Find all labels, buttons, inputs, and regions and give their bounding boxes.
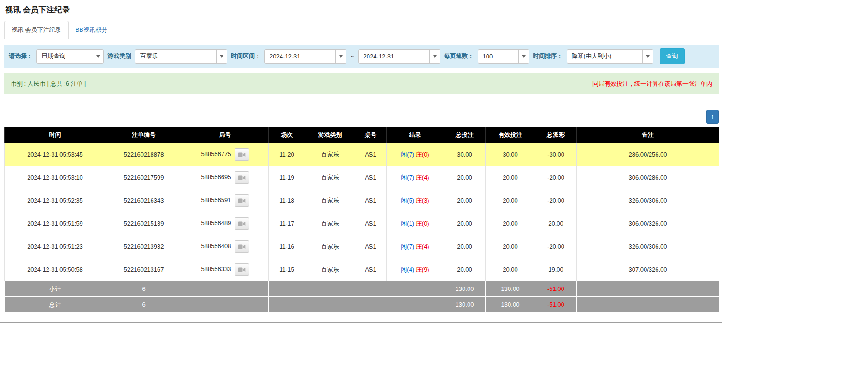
- subtotal-empty-mid: [269, 281, 444, 297]
- cell-table-no: AS1: [355, 212, 387, 235]
- header-result: 结果: [387, 127, 444, 143]
- total-total-bet: 130.00: [444, 297, 486, 313]
- cell-total-bet[interactable]: 20.00: [444, 166, 486, 189]
- total-label: 总计: [5, 297, 106, 313]
- replay-video-button[interactable]: [235, 171, 249, 184]
- result-player: 闲(7): [401, 174, 414, 181]
- header-payout: 总派彩: [535, 127, 577, 143]
- header-round-id: 局号: [182, 127, 269, 143]
- cell-bet-id: 522160213167: [106, 258, 182, 281]
- table-row: 2024-12-31 05:50:58522160213167588556333…: [5, 258, 719, 281]
- tab-bb-points[interactable]: BB视讯积分: [69, 21, 114, 39]
- cell-table-no: AS1: [355, 189, 387, 212]
- subtotal-row: 小计 6 130.00 130.00 -51.00: [5, 281, 719, 297]
- header-session: 场次: [269, 127, 305, 143]
- time-sort-label: 时间排序：: [533, 52, 563, 60]
- cell-table-no: AS1: [355, 258, 387, 281]
- cell-session: 11-17: [269, 212, 305, 235]
- cell-round-id: 588556695: [182, 166, 269, 189]
- result-banker: 庄(3): [416, 197, 429, 204]
- cell-note: 306.00/286.00: [577, 166, 719, 189]
- result-player: 闲(4): [401, 266, 414, 273]
- subtotal-count: 6: [106, 281, 182, 297]
- video-camera-icon: [238, 174, 246, 181]
- cell-total-bet[interactable]: 20.00: [444, 212, 486, 235]
- date-range-separator: ~: [350, 53, 355, 60]
- chevron-down-icon: [518, 50, 529, 63]
- cell-session: 11-20: [269, 143, 305, 166]
- cell-table-no: AS1: [355, 143, 387, 166]
- cell-note: 326.00/306.00: [577, 189, 719, 212]
- cell-bet-id: 522160217599: [106, 166, 182, 189]
- per-page-select[interactable]: 100: [478, 49, 529, 64]
- cell-game-type: 百家乐: [305, 212, 355, 235]
- replay-video-button[interactable]: [235, 217, 249, 230]
- cell-time: 2024-12-31 05:50:58: [5, 258, 106, 281]
- round-id-value: 588556775: [201, 151, 231, 157]
- notice-text: 同局有效投注，统一计算在该局第一张注单内: [592, 80, 712, 88]
- cell-payout: 19.00: [535, 258, 577, 281]
- date-from-select[interactable]: 2024-12-31: [264, 49, 346, 64]
- header-table-no: 桌号: [355, 127, 387, 143]
- result-banker: 庄(0): [416, 151, 429, 158]
- cell-table-no: AS1: [355, 166, 387, 189]
- cell-bet-id: 522160215139: [106, 212, 182, 235]
- game-type-select[interactable]: 百家乐: [135, 49, 227, 64]
- table-row: 2024-12-31 05:51:23522160213932588556408…: [5, 235, 719, 258]
- video-camera-icon: [238, 267, 246, 273]
- cell-session: 11-19: [269, 166, 305, 189]
- total-empty-round: [182, 297, 269, 313]
- date-from-value: 2024-12-31: [265, 50, 335, 63]
- result-player: 闲(7): [401, 151, 414, 158]
- cell-total-bet[interactable]: 20.00: [444, 189, 486, 212]
- time-sort-select[interactable]: 降幂(由大到小): [567, 49, 653, 64]
- tab-records[interactable]: 视讯 会员下注纪录: [4, 21, 69, 39]
- chevron-down-icon: [216, 50, 227, 63]
- cell-valid-bet: 30.00: [486, 143, 535, 166]
- date-to-select[interactable]: 2024-12-31: [358, 49, 440, 64]
- chevron-down-icon: [93, 50, 103, 63]
- search-button[interactable]: 查询: [660, 48, 685, 64]
- header-total-bet: 总投注: [444, 127, 486, 143]
- cell-total-bet[interactable]: 30.00: [444, 143, 486, 166]
- replay-video-button[interactable]: [235, 194, 249, 207]
- table-row: 2024-12-31 05:52:35522160216343588556591…: [5, 189, 719, 212]
- total-valid-bet: 130.00: [486, 297, 535, 313]
- result-banker: 庄(0): [416, 220, 429, 227]
- game-type-label: 游戏类别: [107, 52, 131, 60]
- query-type-select[interactable]: 日期查询: [36, 49, 104, 64]
- game-type-value: 百家乐: [135, 50, 216, 63]
- table-row: 2024-12-31 05:51:59522160215139588556489…: [5, 212, 719, 235]
- time-sort-value: 降幂(由大到小): [567, 50, 642, 63]
- cell-time: 2024-12-31 05:51:59: [5, 212, 106, 235]
- total-empty-mid: [269, 297, 444, 313]
- cell-time: 2024-12-31 05:53:10: [5, 166, 106, 189]
- cell-round-id: 588556408: [182, 235, 269, 258]
- total-payout: -51.00: [535, 297, 577, 313]
- total-row: 总计 6 130.00 130.00 -51.00: [5, 297, 719, 313]
- video-camera-icon: [238, 151, 246, 158]
- cell-note: 306.00/326.00: [577, 212, 719, 235]
- header-bet-id: 注单编号: [106, 127, 182, 143]
- replay-video-button[interactable]: [235, 148, 249, 161]
- replay-video-button[interactable]: [235, 240, 249, 253]
- cell-total-bet[interactable]: 20.00: [444, 258, 486, 281]
- betting-records-table: 时间 注单编号 局号 场次 游戏类别 桌号 结果 总投注 有效投注 总派彩 备注…: [4, 127, 719, 313]
- replay-video-button[interactable]: [235, 263, 249, 276]
- cell-payout: -20.00: [535, 235, 577, 258]
- subtotal-payout: -51.00: [535, 281, 577, 297]
- cell-note: 326.00/306.00: [577, 235, 719, 258]
- cell-round-id: 588556333: [182, 258, 269, 281]
- table-row: 2024-12-31 05:53:10522160217599588556695…: [5, 166, 719, 189]
- round-id-value: 588556489: [201, 220, 231, 226]
- cell-payout: 20.00: [535, 212, 577, 235]
- video-camera-icon: [238, 221, 246, 227]
- page-1-button[interactable]: 1: [706, 110, 719, 124]
- total-empty-note: [577, 297, 719, 313]
- round-id-value: 588556591: [201, 197, 231, 203]
- subtotal-empty-note: [577, 281, 719, 297]
- cell-valid-bet: 20.00: [486, 166, 535, 189]
- table-header-row: 时间 注单编号 局号 场次 游戏类别 桌号 结果 总投注 有效投注 总派彩 备注: [5, 127, 719, 143]
- date-to-value: 2024-12-31: [359, 50, 429, 63]
- cell-total-bet[interactable]: 20.00: [444, 235, 486, 258]
